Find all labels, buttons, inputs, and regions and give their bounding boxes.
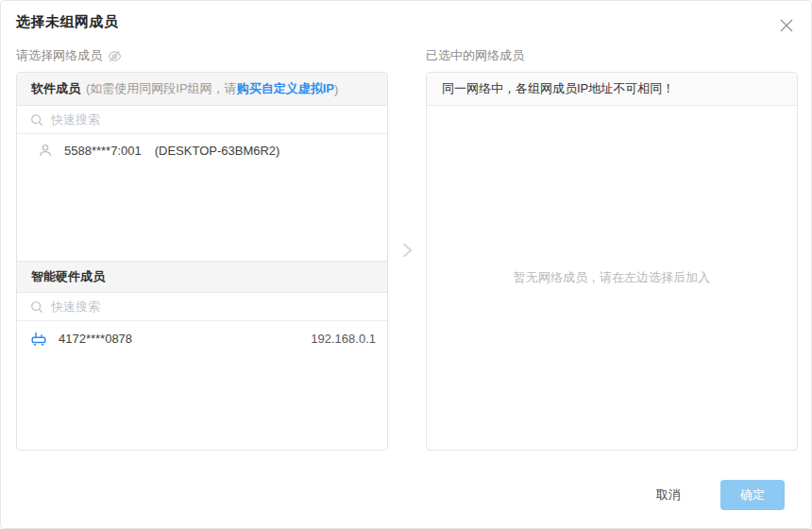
chevron-right-icon (395, 238, 419, 263)
software-members-list: 5588****7:001 (DESKTOP-63BM6R2) (17, 134, 387, 261)
software-members-title: 软件成员 (31, 80, 80, 97)
software-member-item[interactable]: 5588****7:001 (DESKTOP-63BM6R2) (17, 134, 387, 166)
software-members-header: 软件成员 (如需使用同网段IP组网，请 购买自定义虚拟IP ) (17, 73, 387, 106)
right-column-label: 已选中的网络成员 (426, 47, 524, 64)
software-member-hostname: (DESKTOP-63BM6R2) (155, 144, 280, 158)
dialog-title: 选择未组网成员 (16, 13, 119, 31)
dialog-footer: 取消 确定 (656, 480, 785, 510)
select-members-dialog: 选择未组网成员 请选择网络成员 已选中的网络成员 软件成员 (如需使用同网段IP… (0, 0, 812, 529)
buy-custom-ip-link[interactable]: 购买自定义虚拟IP (237, 80, 334, 97)
empty-state-text: 暂无网络成员，请在左边选择后加入 (514, 269, 710, 286)
software-member-id: 5588****7:001 (64, 144, 142, 158)
user-icon (38, 143, 53, 158)
cancel-button[interactable]: 取消 (656, 486, 681, 503)
software-search-row (17, 106, 387, 134)
software-search-input[interactable] (51, 112, 374, 127)
right-column-label-text: 已选中的网络成员 (426, 47, 524, 64)
close-icon[interactable] (776, 15, 797, 36)
confirm-button[interactable]: 确定 (720, 480, 785, 510)
left-column-label-text: 请选择网络成员 (16, 47, 102, 64)
hardware-members-title: 智能硬件成员 (31, 268, 105, 285)
available-members-panel: 软件成员 (如需使用同网段IP组网，请 购买自定义虚拟IP ) 5588****… (16, 72, 388, 451)
search-icon (30, 113, 43, 127)
hardware-member-item[interactable]: 4172****0878 192.168.0.1 (17, 321, 387, 355)
hardware-search-row (17, 293, 387, 321)
hardware-member-id: 4172****0878 (59, 332, 132, 346)
router-icon (30, 330, 47, 347)
hardware-search-input[interactable] (51, 299, 374, 314)
ip-conflict-notice: 同一网络中，各组网成员IP地址不可相同！ (427, 73, 797, 106)
hardware-member-ip: 192.168.0.1 (311, 332, 376, 346)
search-icon (30, 300, 43, 314)
hardware-members-header: 智能硬件成员 (17, 261, 387, 293)
ip-conflict-notice-text: 同一网络中，各组网成员IP地址不可相同！ (442, 80, 674, 97)
software-members-note-prefix: (如需使用同网段IP组网，请 (86, 80, 237, 97)
eye-off-icon[interactable] (108, 49, 122, 63)
selected-members-empty-area: 暂无网络成员，请在左边选择后加入 (427, 106, 797, 450)
left-column-label: 请选择网络成员 (16, 47, 122, 64)
software-members-note-suffix: ) (334, 82, 338, 96)
selected-members-panel: 同一网络中，各组网成员IP地址不可相同！ 暂无网络成员，请在左边选择后加入 (426, 72, 798, 451)
